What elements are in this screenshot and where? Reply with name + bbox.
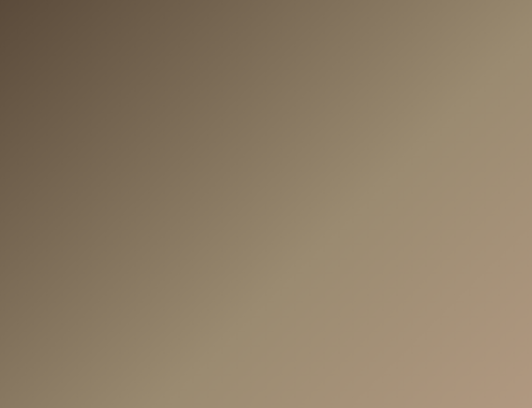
preview-panel: May May 2023 <box>293 30 528 404</box>
preview-item-april2: April <box>300 376 521 404</box>
app-container: List Data List General Actions Accessibi… <box>0 0 532 408</box>
img-placeholder-april2 <box>300 388 521 404</box>
main-layout: Data List General Actions Accessibility … <box>0 26 532 408</box>
content-area: List options 4 month == 'June', '<p><img… <box>58 26 532 408</box>
preview-image-april2 <box>300 388 521 404</box>
